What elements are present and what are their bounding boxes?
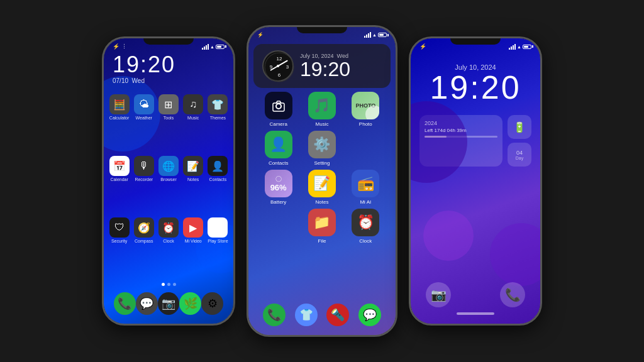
signal-icon: [202, 44, 209, 50]
app-themes[interactable]: 👕 Themes: [208, 94, 228, 152]
p3-day-sublabel: Day: [516, 156, 523, 160]
compass-label: Compass: [135, 239, 153, 243]
contacts-icon[interactable]: 👤: [208, 156, 228, 176]
p2-contacts-label: Contacts: [269, 160, 289, 166]
status-bar: ⚡ ⋮ ▲: [104, 38, 233, 51]
dock-phone[interactable]: 📞: [114, 292, 136, 315]
p2-clock-label: Clock: [359, 238, 372, 244]
p2-setting-icon[interactable]: ⚙️: [308, 131, 336, 158]
app-notes[interactable]: 📝 Notes: [183, 156, 204, 214]
dock-camera[interactable]: 📷: [158, 292, 180, 315]
calculator-icon[interactable]: 🧮: [109, 94, 130, 114]
app-calendar[interactable]: 📅 Calendar: [109, 156, 130, 214]
app-security[interactable]: 🛡 Security: [109, 217, 130, 275]
phone-1: ⚡ ⋮ ▲ 19:20 07/10 Wed 🧮 Calculator: [102, 36, 235, 326]
dock-messages[interactable]: 💬: [136, 292, 158, 315]
app-browser[interactable]: 🌐 Browser: [158, 156, 179, 214]
weather-icon[interactable]: 🌤: [134, 94, 154, 114]
p2-notes-app[interactable]: 📝 Notes: [302, 170, 341, 205]
battery-ring-visual: ◯: [275, 175, 282, 182]
p3-status-bar: ⚡ ▲: [411, 38, 540, 51]
contacts-label: Contacts: [209, 177, 227, 182]
battery-percent: 96%: [270, 183, 287, 192]
recorder-icon[interactable]: 🎙: [134, 156, 154, 176]
app-clock[interactable]: ⏰ Clock: [158, 217, 179, 275]
p2-photo-label: Photo: [359, 121, 372, 127]
page-dots: [104, 280, 233, 288]
app-music[interactable]: ♫ Music: [183, 94, 204, 152]
p2-contacts-icon[interactable]: 👤: [265, 131, 292, 158]
p2-battery-widget[interactable]: ◯ 96% Battery: [258, 170, 298, 205]
p2-music-app[interactable]: 🎵 Music: [302, 92, 341, 127]
ls-countdown: Left 174d 04h 39m: [425, 128, 497, 133]
playstore-icon[interactable]: ▶: [208, 217, 228, 238]
p3-battery-icon2[interactable]: 🔋: [508, 115, 531, 139]
phone-2: ⚡ ▲ 12: [247, 25, 397, 337]
recorder-label: Recorder: [135, 177, 153, 182]
p2-contacts-app[interactable]: 👤 Contacts: [258, 131, 298, 166]
p2-camera-icon[interactable]: [265, 92, 292, 119]
p3-signal-icon: [509, 44, 516, 50]
dock-settings[interactable]: ⚙: [201, 292, 223, 315]
p2-battery-icon: [378, 33, 387, 37]
p2-music-icon[interactable]: 🎵: [308, 92, 336, 119]
p3-status-icons: ▲: [509, 44, 531, 50]
clock-area: 19:20 07/10 Wed: [104, 51, 233, 89]
p2-bluetooth-icon: ⚡: [257, 32, 264, 38]
p2-camera-app[interactable]: Camera: [258, 92, 298, 127]
calendar-label: Calendar: [110, 177, 128, 182]
p3-day-icon[interactable]: 04 Day: [508, 143, 531, 167]
p2-battery-widget-icon[interactable]: ◯ 96%: [265, 170, 292, 197]
mivideo-icon[interactable]: ▶: [183, 217, 203, 238]
p2-miai-label: Mi AI: [360, 199, 371, 205]
p2-file-app[interactable]: 📁 File: [302, 209, 341, 244]
ls-time: 19:20: [417, 71, 534, 104]
svg-text:12: 12: [277, 56, 282, 62]
app-tools[interactable]: ⊞ Tools: [158, 94, 179, 152]
p3-bluetooth-icon: ⚡: [419, 43, 426, 50]
p2-dock-flashlight[interactable]: 🔦: [326, 304, 349, 326]
dock-mi[interactable]: 🌿: [179, 292, 201, 315]
svg-text:3: 3: [286, 64, 289, 70]
app-contacts[interactable]: 👤 Contacts: [208, 156, 228, 214]
p2-clock-app[interactable]: ⏰ Clock: [346, 209, 386, 244]
security-icon[interactable]: 🛡: [109, 217, 130, 238]
app-compass[interactable]: 🧭 Compass: [133, 217, 154, 275]
p2-photo-app[interactable]: PHOTO Photo: [346, 92, 386, 127]
p2-photo-icon[interactable]: PHOTO: [352, 92, 379, 119]
clock-label: Clock: [163, 239, 174, 243]
themes-icon[interactable]: 👕: [208, 94, 228, 114]
browser-label: Browser: [160, 177, 177, 182]
app-recorder[interactable]: 🎙 Recorder: [133, 156, 154, 214]
p2-miai-icon[interactable]: 📻: [352, 170, 379, 197]
p2-app-row2: 👤 Contacts ⚙️ Setting: [253, 131, 391, 166]
p2-dock-phone[interactable]: 📞: [263, 304, 286, 326]
clock-icon[interactable]: ⏰: [158, 217, 179, 238]
svg-text:9: 9: [270, 64, 273, 70]
p2-empty2: [258, 209, 298, 244]
compass-icon[interactable]: 🧭: [134, 217, 154, 238]
music-icon[interactable]: ♫: [183, 94, 203, 114]
p2-notes-icon[interactable]: 📝: [308, 170, 336, 197]
p2-wifi-icon: ▲: [372, 33, 377, 37]
p2-dock-messages[interactable]: 💬: [358, 304, 381, 326]
p2-file-icon[interactable]: 📁: [308, 209, 336, 236]
ls-phone-button[interactable]: 📞: [500, 282, 525, 307]
battery-icon: [216, 45, 225, 49]
browser-icon[interactable]: 🌐: [158, 156, 179, 176]
p2-setting-app[interactable]: ⚙️ Setting: [302, 131, 341, 166]
ls-widget-icons: 🔋 04 Day: [508, 115, 531, 167]
phone1-dock: 📞 💬 📷 🌿 ⚙: [104, 288, 233, 324]
calendar-icon[interactable]: 📅: [109, 156, 130, 176]
ls-year: 2024: [425, 120, 497, 126]
p2-miai-app[interactable]: 📻 Mi AI: [346, 170, 386, 205]
ls-camera-button[interactable]: 📷: [426, 282, 451, 307]
themes-label: Themes: [210, 116, 226, 120]
p2-clock-icon[interactable]: ⏰: [352, 209, 379, 236]
bluetooth-icon: ⚡ ⋮: [113, 43, 127, 50]
security-label: Security: [111, 239, 127, 243]
notes-icon[interactable]: 📝: [183, 156, 203, 176]
p2-notes-label: Notes: [316, 199, 329, 205]
tools-icon[interactable]: ⊞: [158, 94, 179, 114]
p2-dock-tshirt[interactable]: 👕: [295, 304, 318, 326]
